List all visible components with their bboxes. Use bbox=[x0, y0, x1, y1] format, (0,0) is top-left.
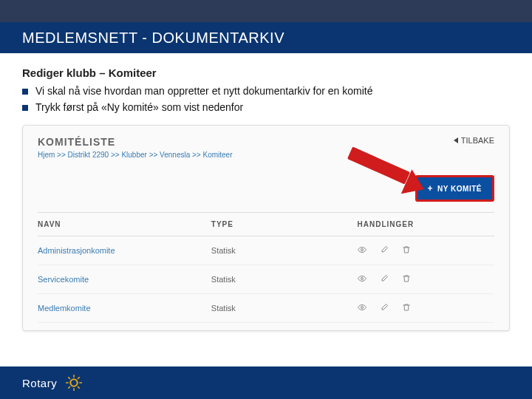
delete-icon[interactable] bbox=[402, 274, 411, 284]
back-link-label: TILBAKE bbox=[461, 136, 494, 145]
instruction-list: Vi skal nå vise hvordan man oppretter et… bbox=[22, 85, 510, 113]
edit-icon[interactable] bbox=[380, 303, 389, 313]
col-header-type: TYPE bbox=[211, 220, 358, 228]
new-committee-label: NY KOMITÉ bbox=[437, 185, 482, 193]
col-header-name: NAVN bbox=[38, 220, 211, 228]
section-subtitle: Rediger klubb – Komiteer bbox=[22, 66, 510, 79]
edit-icon[interactable] bbox=[380, 274, 389, 284]
screenshot-panel: KOMITÉLISTE Hjem >> Distrikt 2290 >> Klu… bbox=[22, 125, 510, 331]
view-icon[interactable] bbox=[358, 274, 366, 284]
table-row: Administrasjonkomite Statisk bbox=[38, 236, 494, 265]
callout-arrow bbox=[341, 153, 423, 197]
plus-icon: + bbox=[428, 183, 434, 194]
list-item-text: Trykk først på «Ny komité» som vist nede… bbox=[35, 101, 243, 113]
bullet-marker bbox=[22, 105, 28, 111]
new-committee-button[interactable]: + NY KOMITÉ bbox=[415, 175, 494, 202]
row-type: Statisk bbox=[211, 275, 358, 284]
svg-point-1 bbox=[361, 278, 363, 280]
table-header-row: NAVN TYPE HANDLINGER bbox=[38, 212, 494, 236]
row-type: Statisk bbox=[211, 246, 358, 255]
col-header-actions: HANDLINGER bbox=[358, 220, 494, 228]
bullet-marker bbox=[22, 89, 28, 95]
svg-point-2 bbox=[361, 307, 363, 309]
slide-title: MEDLEMSNETT - DOKUMENTARKIV bbox=[22, 30, 284, 47]
panel-title: KOMITÉLISTE bbox=[38, 136, 233, 148]
slide-title-bar: MEDLEMSNETT - DOKUMENTARKIV bbox=[0, 22, 532, 53]
svg-rect-10 bbox=[68, 377, 71, 380]
list-item-text: Vi skal nå vise hvordan man oppretter et… bbox=[35, 85, 373, 97]
table-row: Medlemkomite Statisk bbox=[38, 294, 494, 323]
svg-rect-6 bbox=[66, 382, 69, 383]
row-name[interactable]: Medlemkomite bbox=[38, 304, 211, 313]
svg-rect-5 bbox=[73, 388, 75, 391]
delete-icon[interactable] bbox=[402, 303, 411, 313]
row-name[interactable]: Administrasjonkomite bbox=[38, 246, 211, 255]
svg-rect-11 bbox=[78, 386, 81, 389]
view-icon[interactable] bbox=[358, 245, 366, 256]
back-link[interactable]: TILBAKE bbox=[454, 136, 494, 145]
svg-rect-4 bbox=[73, 375, 75, 378]
svg-rect-9 bbox=[68, 386, 71, 389]
svg-rect-8 bbox=[78, 377, 81, 380]
view-icon[interactable] bbox=[358, 303, 366, 313]
svg-rect-7 bbox=[79, 382, 82, 383]
edit-icon[interactable] bbox=[380, 245, 389, 256]
rotary-gear-icon bbox=[64, 373, 83, 392]
back-arrow-icon bbox=[454, 137, 458, 143]
top-accent-bar bbox=[0, 0, 532, 22]
list-item: Trykk først på «Ny komité» som vist nede… bbox=[22, 101, 510, 113]
footer-bar: Rotary bbox=[0, 366, 532, 399]
svg-point-0 bbox=[361, 249, 363, 251]
footer-brand: Rotary bbox=[22, 377, 57, 389]
breadcrumb[interactable]: Hjem >> Distrikt 2290 >> Klubber >> Venn… bbox=[38, 151, 233, 159]
svg-point-3 bbox=[71, 379, 78, 386]
row-type: Statisk bbox=[211, 304, 358, 313]
list-item: Vi skal nå vise hvordan man oppretter et… bbox=[22, 85, 510, 97]
delete-icon[interactable] bbox=[402, 245, 411, 256]
table-row: Servicekomite Statisk bbox=[38, 265, 494, 294]
row-name[interactable]: Servicekomite bbox=[38, 275, 211, 284]
